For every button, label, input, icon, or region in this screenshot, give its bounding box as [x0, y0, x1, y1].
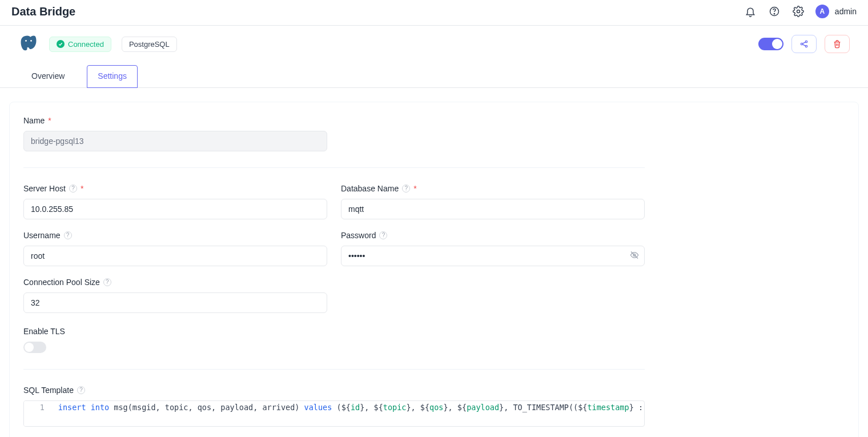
trash-icon	[833, 39, 842, 49]
pool-label: Connection Pool Size ?	[23, 278, 327, 287]
status-text: Connected	[68, 40, 104, 49]
settings-form: Name* Server Host ? * Username	[9, 102, 859, 437]
postgres-logo-icon	[18, 34, 39, 54]
type-chip: PostgreSQL	[122, 37, 177, 52]
password-label: Password ?	[341, 231, 645, 240]
svg-point-2	[797, 10, 799, 13]
sql-code[interactable]: insert into msg(msgid, topic, qos, paylo…	[55, 401, 644, 414]
subheader: Connected PostgreSQL	[0, 26, 868, 60]
svg-point-1	[774, 14, 774, 14]
page-title: Data Bridge	[11, 5, 75, 18]
help-icon[interactable]	[767, 5, 781, 18]
tab-settings[interactable]: Settings	[87, 65, 138, 88]
tls-label: Enable TLS	[23, 327, 845, 336]
user-menu[interactable]: A admin	[815, 5, 857, 18]
username-label: Username ?	[23, 231, 327, 240]
svg-point-3	[25, 40, 27, 42]
sql-template-label: SQL Template ?	[23, 386, 845, 395]
help-circle-icon[interactable]: ?	[77, 386, 85, 394]
topbar: Data Bridge A admin	[0, 0, 868, 26]
username-field[interactable]	[23, 246, 327, 266]
pool-field[interactable]	[23, 292, 327, 313]
check-circle-icon	[57, 40, 65, 48]
eye-off-icon[interactable]	[630, 251, 639, 262]
server-host-field[interactable]	[23, 199, 327, 219]
tls-toggle[interactable]	[23, 342, 46, 353]
password-field[interactable]	[341, 246, 645, 266]
help-circle-icon[interactable]: ?	[69, 185, 77, 193]
share-icon	[799, 39, 809, 49]
tab-overview[interactable]: Overview	[21, 65, 75, 88]
top-actions: A admin	[744, 5, 857, 18]
tabs: Overview Settings	[0, 60, 868, 88]
username: admin	[835, 7, 857, 16]
name-label: Name*	[23, 116, 327, 125]
delete-button[interactable]	[825, 35, 850, 53]
share-button[interactable]	[791, 35, 817, 53]
svg-point-5	[57, 40, 65, 48]
help-circle-icon[interactable]: ?	[402, 185, 410, 193]
line-number: 1	[24, 401, 55, 414]
help-circle-icon[interactable]: ?	[379, 231, 387, 239]
name-field[interactable]	[23, 131, 327, 151]
status-badge: Connected	[49, 37, 111, 52]
sql-editor[interactable]: 1 insert into msg(msgid, topic, qos, pay…	[23, 400, 645, 427]
server-host-label: Server Host ? *	[23, 184, 327, 193]
bell-icon[interactable]	[744, 5, 757, 18]
divider	[23, 167, 645, 168]
help-circle-icon[interactable]: ?	[64, 231, 72, 239]
svg-point-4	[30, 40, 32, 42]
database-field[interactable]	[341, 199, 645, 219]
avatar: A	[815, 5, 829, 18]
gear-icon[interactable]	[791, 5, 805, 18]
enable-toggle[interactable]	[758, 38, 783, 50]
database-label: Database Name ? *	[341, 184, 645, 193]
divider	[23, 369, 645, 370]
help-circle-icon[interactable]: ?	[103, 278, 111, 286]
